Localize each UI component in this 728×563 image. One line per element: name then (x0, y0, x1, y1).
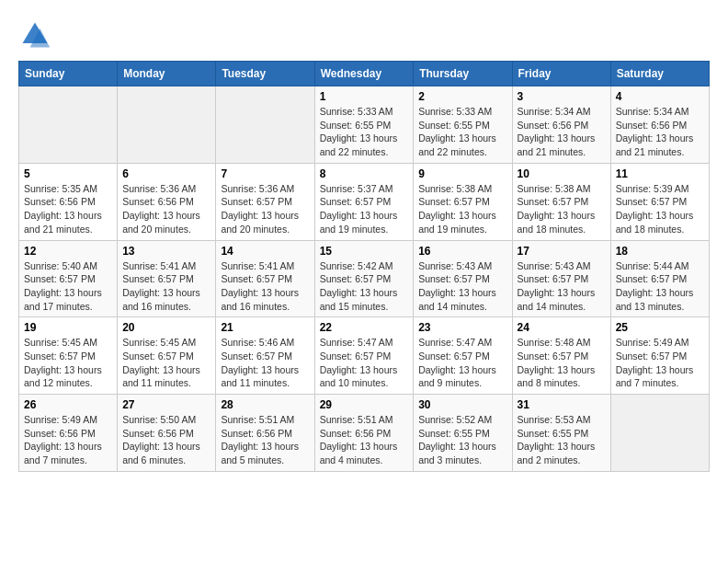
day-number: 15 (320, 245, 409, 258)
day-info: Sunrise: 5:49 AM Sunset: 6:57 PM Dayligh… (616, 336, 704, 390)
day-number: 18 (616, 245, 704, 258)
day-info: Sunrise: 5:43 AM Sunset: 6:57 PM Dayligh… (418, 259, 506, 314)
calendar-cell: 24Sunrise: 5:48 AM Sunset: 6:57 PM Dayli… (512, 317, 610, 395)
day-number: 2 (418, 90, 506, 103)
day-number: 23 (418, 321, 506, 334)
weekday-header-tuesday: Tuesday (216, 62, 314, 86)
day-number: 14 (221, 245, 309, 258)
day-info: Sunrise: 5:39 AM Sunset: 6:57 PM Dayligh… (616, 182, 704, 236)
day-number: 11 (616, 167, 704, 180)
calendar-cell: 21Sunrise: 5:46 AM Sunset: 6:57 PM Dayli… (216, 317, 314, 395)
day-info: Sunrise: 5:48 AM Sunset: 6:57 PM Dayligh… (518, 336, 606, 390)
calendar-cell: 29Sunrise: 5:51 AM Sunset: 6:56 PM Dayli… (314, 395, 414, 472)
day-number: 4 (616, 90, 704, 103)
calendar-cell: 27Sunrise: 5:50 AM Sunset: 6:56 PM Dayli… (118, 395, 216, 472)
day-info: Sunrise: 5:49 AM Sunset: 6:56 PM Dayligh… (24, 413, 112, 467)
day-info: Sunrise: 5:38 AM Sunset: 6:57 PM Dayligh… (418, 182, 506, 236)
day-info: Sunrise: 5:41 AM Sunset: 6:57 PM Dayligh… (122, 259, 210, 314)
weekday-header-friday: Friday (512, 62, 610, 86)
day-info: Sunrise: 5:36 AM Sunset: 6:56 PM Dayligh… (122, 182, 210, 236)
day-info: Sunrise: 5:34 AM Sunset: 6:56 PM Dayligh… (616, 105, 704, 159)
day-info: Sunrise: 5:37 AM Sunset: 6:57 PM Dayligh… (320, 182, 409, 236)
calendar-cell: 4Sunrise: 5:34 AM Sunset: 6:56 PM Daylig… (610, 86, 709, 164)
day-number: 27 (122, 398, 210, 411)
weekday-header-thursday: Thursday (414, 62, 512, 86)
day-info: Sunrise: 5:35 AM Sunset: 6:56 PM Dayligh… (24, 182, 112, 236)
day-info: Sunrise: 5:34 AM Sunset: 6:56 PM Dayligh… (518, 105, 606, 159)
calendar-cell: 5Sunrise: 5:35 AM Sunset: 6:56 PM Daylig… (19, 163, 118, 240)
calendar-cell: 1Sunrise: 5:33 AM Sunset: 6:55 PM Daylig… (314, 86, 414, 164)
calendar-cell: 8Sunrise: 5:37 AM Sunset: 6:57 PM Daylig… (314, 163, 414, 240)
day-number: 28 (221, 398, 309, 411)
day-number: 1 (320, 90, 409, 103)
day-number: 10 (518, 167, 606, 180)
day-number: 7 (221, 167, 309, 180)
day-info: Sunrise: 5:42 AM Sunset: 6:57 PM Dayligh… (320, 259, 409, 314)
weekday-header-monday: Monday (118, 62, 216, 86)
day-info: Sunrise: 5:47 AM Sunset: 6:57 PM Dayligh… (418, 336, 506, 390)
calendar-week-row: 26Sunrise: 5:49 AM Sunset: 6:56 PM Dayli… (19, 395, 710, 472)
calendar-cell: 15Sunrise: 5:42 AM Sunset: 6:57 PM Dayli… (314, 240, 414, 317)
calendar-cell (216, 86, 314, 164)
calendar-header-row: SundayMondayTuesdayWednesdayThursdayFrid… (19, 62, 710, 86)
day-number: 24 (518, 321, 606, 334)
calendar-cell: 18Sunrise: 5:44 AM Sunset: 6:57 PM Dayli… (610, 240, 709, 317)
calendar-week-row: 19Sunrise: 5:45 AM Sunset: 6:57 PM Dayli… (19, 317, 710, 395)
calendar-cell: 3Sunrise: 5:34 AM Sunset: 6:56 PM Daylig… (512, 86, 610, 164)
day-number: 31 (518, 398, 606, 411)
page-header (18, 18, 710, 52)
calendar-cell: 25Sunrise: 5:49 AM Sunset: 6:57 PM Dayli… (610, 317, 709, 395)
calendar-cell: 17Sunrise: 5:43 AM Sunset: 6:57 PM Dayli… (512, 240, 610, 317)
day-info: Sunrise: 5:45 AM Sunset: 6:57 PM Dayligh… (24, 336, 112, 390)
calendar-cell: 7Sunrise: 5:36 AM Sunset: 6:57 PM Daylig… (216, 163, 314, 240)
calendar-cell (118, 86, 216, 164)
calendar-cell: 28Sunrise: 5:51 AM Sunset: 6:56 PM Dayli… (216, 395, 314, 472)
calendar-cell: 2Sunrise: 5:33 AM Sunset: 6:55 PM Daylig… (414, 86, 512, 164)
calendar-cell (610, 395, 709, 472)
day-info: Sunrise: 5:45 AM Sunset: 6:57 PM Dayligh… (122, 336, 210, 390)
day-number: 6 (122, 167, 210, 180)
weekday-header-saturday: Saturday (610, 62, 709, 86)
calendar-week-row: 5Sunrise: 5:35 AM Sunset: 6:56 PM Daylig… (19, 163, 710, 240)
calendar-cell: 9Sunrise: 5:38 AM Sunset: 6:57 PM Daylig… (414, 163, 512, 240)
day-number: 9 (418, 167, 506, 180)
day-number: 5 (24, 167, 112, 180)
day-number: 8 (320, 167, 409, 180)
day-number: 16 (418, 245, 506, 258)
calendar-cell: 20Sunrise: 5:45 AM Sunset: 6:57 PM Dayli… (118, 317, 216, 395)
day-info: Sunrise: 5:46 AM Sunset: 6:57 PM Dayligh… (221, 336, 309, 390)
day-number: 17 (518, 245, 606, 258)
weekday-header-sunday: Sunday (19, 62, 118, 86)
calendar-week-row: 1Sunrise: 5:33 AM Sunset: 6:55 PM Daylig… (19, 86, 710, 164)
day-info: Sunrise: 5:53 AM Sunset: 6:55 PM Dayligh… (518, 413, 606, 467)
day-number: 13 (122, 245, 210, 258)
calendar-cell: 22Sunrise: 5:47 AM Sunset: 6:57 PM Dayli… (314, 317, 414, 395)
calendar-cell: 19Sunrise: 5:45 AM Sunset: 6:57 PM Dayli… (19, 317, 118, 395)
day-number: 20 (122, 321, 210, 334)
day-info: Sunrise: 5:40 AM Sunset: 6:57 PM Dayligh… (24, 259, 112, 314)
calendar-cell: 23Sunrise: 5:47 AM Sunset: 6:57 PM Dayli… (414, 317, 512, 395)
day-info: Sunrise: 5:52 AM Sunset: 6:55 PM Dayligh… (418, 413, 506, 467)
day-info: Sunrise: 5:51 AM Sunset: 6:56 PM Dayligh… (320, 413, 409, 467)
calendar-cell: 6Sunrise: 5:36 AM Sunset: 6:56 PM Daylig… (118, 163, 216, 240)
day-number: 19 (24, 321, 112, 334)
calendar-cell: 12Sunrise: 5:40 AM Sunset: 6:57 PM Dayli… (19, 240, 118, 317)
day-info: Sunrise: 5:33 AM Sunset: 6:55 PM Dayligh… (320, 105, 409, 159)
calendar-cell: 11Sunrise: 5:39 AM Sunset: 6:57 PM Dayli… (610, 163, 709, 240)
calendar-cell: 30Sunrise: 5:52 AM Sunset: 6:55 PM Dayli… (414, 395, 512, 472)
calendar-cell: 10Sunrise: 5:38 AM Sunset: 6:57 PM Dayli… (512, 163, 610, 240)
calendar-cell: 16Sunrise: 5:43 AM Sunset: 6:57 PM Dayli… (414, 240, 512, 317)
day-number: 25 (616, 321, 704, 334)
day-info: Sunrise: 5:43 AM Sunset: 6:57 PM Dayligh… (518, 259, 606, 314)
day-info: Sunrise: 5:44 AM Sunset: 6:57 PM Dayligh… (616, 259, 704, 314)
day-number: 29 (320, 398, 409, 411)
weekday-header-wednesday: Wednesday (314, 62, 414, 86)
calendar-week-row: 12Sunrise: 5:40 AM Sunset: 6:57 PM Dayli… (19, 240, 710, 317)
logo-icon (18, 18, 51, 52)
day-number: 22 (320, 321, 409, 334)
calendar-cell (19, 86, 118, 164)
day-info: Sunrise: 5:50 AM Sunset: 6:56 PM Dayligh… (122, 413, 210, 467)
calendar-cell: 31Sunrise: 5:53 AM Sunset: 6:55 PM Dayli… (512, 395, 610, 472)
day-info: Sunrise: 5:33 AM Sunset: 6:55 PM Dayligh… (418, 105, 506, 159)
day-info: Sunrise: 5:47 AM Sunset: 6:57 PM Dayligh… (320, 336, 409, 390)
